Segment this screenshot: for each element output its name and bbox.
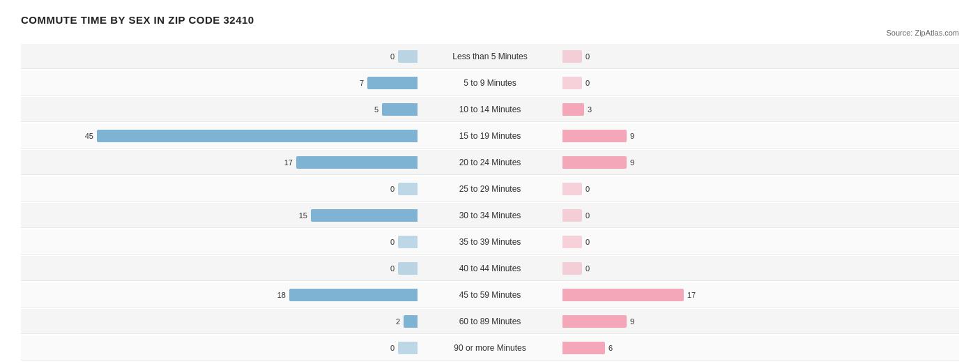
male-bar-container: 18: [21, 287, 418, 303]
male-side: 18: [21, 282, 420, 307]
male-bar-container: 0: [21, 181, 418, 197]
female-bar: [562, 50, 582, 63]
female-value: 6: [608, 344, 622, 352]
female-value: 0: [585, 211, 599, 220]
female-bar: [562, 342, 605, 354]
female-bar-container: 0: [562, 208, 959, 223]
bar-row: 15 30 to 34 Minutes 0: [21, 203, 959, 228]
male-bar: [404, 315, 418, 328]
male-bar-container: 5: [21, 102, 418, 117]
female-value: 0: [585, 185, 599, 193]
female-bar-container: 9: [562, 128, 959, 144]
male-bar: [398, 183, 418, 195]
male-value: 0: [381, 264, 395, 273]
row-label: 20 to 24 Minutes: [420, 158, 560, 167]
female-bar-container: 0: [562, 234, 959, 250]
female-bar: [562, 156, 627, 169]
bar-row: 2 60 to 89 Minutes 9: [21, 309, 959, 334]
male-value: 7: [350, 79, 364, 87]
bar-row: 7 5 to 9 Minutes 0: [21, 70, 959, 96]
male-bar-container: 2: [21, 314, 418, 329]
male-value: 0: [381, 238, 395, 246]
female-bar: [562, 130, 627, 142]
female-value: 0: [585, 238, 599, 246]
male-value: 15: [293, 211, 307, 220]
female-side: 0: [560, 256, 959, 280]
source-line: Source: ZipAtlas.com: [21, 29, 959, 37]
row-label: 35 to 39 Minutes: [420, 237, 560, 247]
female-side: 9: [560, 123, 959, 148]
row-label: 90 or more Minutes: [420, 343, 560, 353]
male-side: 0: [21, 44, 420, 68]
male-side: 45: [21, 123, 420, 148]
female-value: 9: [630, 158, 644, 167]
male-side: 0: [21, 335, 420, 360]
chart-title: COMMUTE TIME BY SEX IN ZIP CODE 32410: [21, 14, 959, 26]
bar-row: 0 90 or more Minutes 6: [21, 335, 959, 361]
male-value: 5: [365, 105, 378, 114]
female-side: 0: [560, 229, 959, 254]
row-label: 15 to 19 Minutes: [420, 131, 560, 141]
female-bar-container: 0: [562, 49, 959, 64]
female-value: 3: [588, 105, 602, 114]
male-bar: [296, 156, 418, 169]
row-label: 25 to 29 Minutes: [420, 184, 560, 194]
female-side: 17: [560, 282, 959, 307]
female-bar: [562, 315, 627, 328]
female-bar-container: 6: [562, 340, 959, 356]
male-value: 2: [386, 317, 400, 326]
chart-area: 0 Less than 5 Minutes 0 7 5 to 9 Minutes: [21, 44, 959, 361]
female-side: 9: [560, 309, 959, 333]
female-bar: [562, 209, 582, 222]
row-label: Less than 5 Minutes: [420, 52, 560, 61]
male-value: 0: [381, 185, 395, 193]
female-side: 9: [560, 150, 959, 174]
female-bar-container: 0: [562, 75, 959, 91]
male-bar-container: 0: [21, 261, 418, 276]
male-bar-container: 0: [21, 49, 418, 64]
female-value: 9: [630, 317, 644, 326]
male-side: 17: [21, 150, 420, 174]
male-bar: [398, 342, 418, 354]
female-bar: [562, 103, 584, 116]
male-bar-container: 7: [21, 75, 418, 91]
female-bar: [562, 77, 582, 89]
bar-row: 0 40 to 44 Minutes 0: [21, 256, 959, 281]
male-side: 7: [21, 70, 420, 95]
female-bar: [562, 289, 684, 301]
female-bar-container: 0: [562, 181, 959, 197]
female-side: 0: [560, 176, 959, 201]
female-value: 0: [585, 264, 599, 273]
male-side: 0: [21, 229, 420, 254]
male-bar: [382, 103, 418, 116]
female-bar: [562, 236, 582, 248]
bar-row: 5 10 to 14 Minutes 3: [21, 97, 959, 122]
row-label: 30 to 34 Minutes: [420, 211, 560, 220]
male-bar-container: 17: [21, 155, 418, 170]
male-side: 0: [21, 256, 420, 280]
male-bar-container: 0: [21, 234, 418, 250]
male-side: 5: [21, 97, 420, 121]
female-bar-container: 9: [562, 314, 959, 329]
female-side: 0: [560, 70, 959, 95]
bar-row: 45 15 to 19 Minutes 9: [21, 123, 959, 149]
bar-row: 18 45 to 59 Minutes 17: [21, 282, 959, 308]
row-label: 60 to 89 Minutes: [420, 317, 560, 326]
female-side: 6: [560, 335, 959, 360]
female-side: 0: [560, 203, 959, 227]
row-label: 10 to 14 Minutes: [420, 105, 560, 114]
male-value: 17: [279, 158, 293, 167]
female-bar-container: 3: [562, 102, 959, 117]
male-bar: [289, 289, 418, 301]
male-value: 0: [381, 52, 395, 61]
male-side: 0: [21, 176, 420, 201]
male-side: 2: [21, 309, 420, 333]
bar-row: 17 20 to 24 Minutes 9: [21, 150, 959, 175]
female-value: 9: [630, 132, 644, 140]
male-bar: [311, 209, 418, 222]
male-value: 45: [79, 132, 93, 140]
female-bar-container: 0: [562, 261, 959, 276]
bar-row: 0 35 to 39 Minutes 0: [21, 229, 959, 255]
female-bar-container: 17: [562, 287, 959, 303]
female-bar: [562, 183, 582, 195]
